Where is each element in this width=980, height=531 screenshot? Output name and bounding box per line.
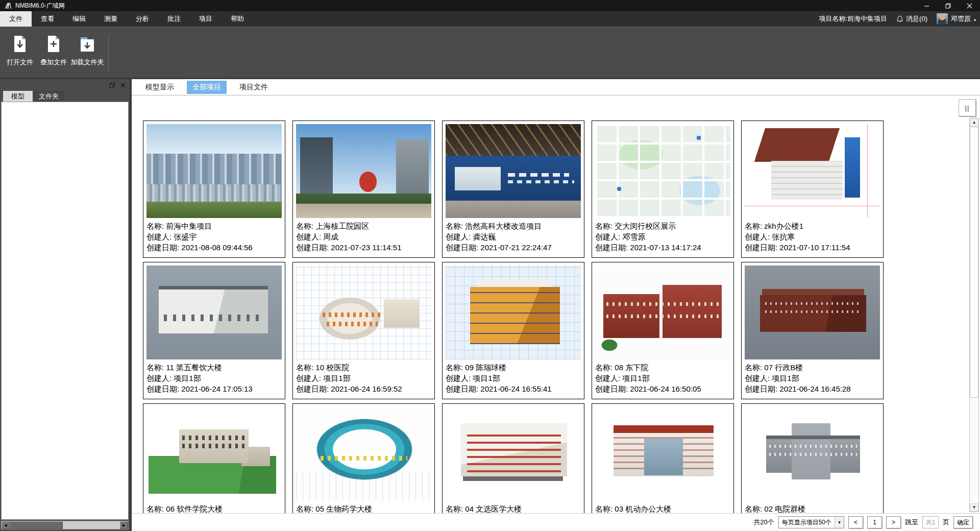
project-card[interactable]: 名称: 浩然高科大楼改造项目创建人: 龚达巍创建日期: 2021-07-21 2… [442,120,584,258]
project-info: 名称: 交大闵行校区展示创建人: 邓雪原创建日期: 2021-07-13 14:… [595,221,730,253]
project-card[interactable]: 名称: 03 机动办公大楼 [592,403,734,513]
project-name: 名称: 02 电院群楼 [745,503,880,513]
model-tree-view[interactable] [1,102,129,520]
project-card[interactable]: 名称: zkh办公楼1创建人: 张抗寒创建日期: 2021-07-10 17:1… [741,120,884,258]
project-name: 名称: 07 行政B楼 [745,362,880,373]
tab-model-display[interactable]: 模型显示 [140,81,180,94]
mechanical-office-model-thumbnail [595,407,730,501]
load-folder-button[interactable]: 加载文件夹 [70,30,104,78]
float-panel-icon[interactable] [109,82,115,88]
biopharm-model-thumbnail [296,407,431,501]
file-open-icon [12,35,28,53]
confirm-button[interactable]: 确定 [953,516,973,528]
scroll-right-icon[interactable]: ▶ [120,521,128,529]
tab-model[interactable]: 模型 [3,91,33,102]
project-card[interactable]: 名称: 02 电院群楼 [741,403,884,513]
project-name: 名称: zkh办公楼1 [745,221,880,231]
page-size-value: 每页显示项目50个 [782,518,831,527]
project-card[interactable]: 名称: 04 文选医学大楼 [442,403,584,513]
vscroll-thumb[interactable] [970,127,978,398]
project-creator: 创建人: 龚达巍 [446,231,581,242]
scroll-up-icon[interactable]: ▲ [970,118,978,127]
project-name: 名称: 04 文选医学大楼 [446,503,581,513]
office-bim-model-thumbnail [745,124,880,218]
close-button[interactable] [959,0,980,11]
messages-button[interactable]: 消息(0) [896,14,927,23]
pagination-bar: 共20个 每页显示项目50个 ▼ < 1 > 跳至 页 确定 [132,513,980,531]
project-date: 创建日期: 2021-07-21 22:24:47 [446,242,581,253]
project-card[interactable]: 名称: 07 行政B楼创建人: 项目1部创建日期: 2021-06-24 16:… [741,262,884,399]
project-creator: 创建人: 邓雪原 [595,231,730,242]
current-page-button[interactable]: 1 [867,516,882,528]
menu-item-测量[interactable]: 测量 [95,11,127,27]
project-name: 名称: 前海中集项目 [146,221,282,231]
project-grid: 名称: 前海中集项目创建人: 张盛宇创建日期: 2021-08-08 09:44… [132,95,960,513]
project-info: 名称: 11 第五餐饮大楼创建人: 项目1部创建日期: 2021-06-24 1… [146,362,282,394]
project-info: 名称: 前海中集项目创建人: 张盛宇创建日期: 2021-08-08 09:44… [146,221,282,253]
user-menu[interactable]: 邓雪原 ▾ [937,13,976,25]
project-card[interactable]: 名称: 上海核工院园区创建人: 周成创建日期: 2021-07-23 11:14… [292,120,435,258]
minimize-button[interactable] [916,0,937,11]
close-icon [967,3,972,9]
scroll-left-icon[interactable]: ◀ [2,521,10,529]
load-folder-label: 加载文件夹 [71,58,104,67]
project-name: 名称: 05 生物药学大楼 [296,503,431,513]
hscroll-thumb[interactable] [10,521,63,529]
tab-all-projects[interactable]: 全部项目 [187,81,227,94]
next-page-button[interactable]: > [886,516,901,528]
project-card[interactable]: 名称: 交大闵行校区展示创建人: 邓雪原创建日期: 2021-07-13 14:… [592,120,734,258]
project-name: 名称: 上海核工院园区 [296,221,431,231]
project-card[interactable]: 名称: 11 第五餐饮大楼创建人: 项目1部创建日期: 2021-06-24 1… [143,262,285,399]
left-panel-tabs: 模型 文件夹 [0,91,130,102]
project-date: 创建日期: 2021-06-24 16:59:52 [296,383,431,394]
project-card[interactable]: 名称: 前海中集项目创建人: 张盛宇创建日期: 2021-08-08 09:44… [143,120,285,258]
collapse-panel-button[interactable]: || [959,99,976,116]
dining-model-thumbnail [146,266,282,359]
project-list-body: 名称: 前海中集项目创建人: 张盛宇创建日期: 2021-08-08 09:44… [132,95,980,513]
project-card[interactable]: 名称: 09 陈瑞球楼创建人: 项目1部创建日期: 2021-06-24 16:… [442,262,584,399]
menu-item-分析[interactable]: 分析 [127,11,158,27]
project-info: 名称: zkh办公楼1创建人: 张抗寒创建日期: 2021-07-10 17:1… [745,221,880,253]
project-card[interactable]: 名称: 08 东下院创建人: 项目1部创建日期: 2021-06-24 16:5… [592,262,734,399]
open-file-button[interactable]: 打开文件 [3,30,37,78]
window-title: NMBIM6.0-广域网 [15,2,65,10]
vscroll-track[interactable] [970,127,978,503]
project-date: 创建日期: 2021-06-24 16:55:41 [446,383,581,394]
project-name-label: 项目名称:前海中集项目 [819,14,887,23]
menu-item-项目[interactable]: 项目 [190,11,222,27]
project-info: 名称: 05 生物药学大楼 [296,503,431,513]
content-area: 模型 文件夹 ◀ ▶ 模型显示 全部项目 项目文件 名称: 前海中集项目创建人:… [0,78,980,531]
main-area: 模型显示 全部项目 项目文件 名称: 前海中集项目创建人: 张盛宇创建日期: 2… [132,79,980,531]
scroll-down-icon[interactable]: ▼ [970,503,978,512]
menu-item-帮助[interactable]: 帮助 [222,11,253,27]
tab-all-projects-label: 全部项目 [192,83,221,91]
tab-project-files[interactable]: 项目文件 [234,81,274,94]
project-card[interactable]: 名称: 05 生物药学大楼 [292,403,435,513]
page-size-select[interactable]: 每页显示项目50个 ▼ [778,516,844,528]
project-card[interactable]: 名称: 06 软件学院大楼 [143,403,285,513]
menu-item-查看[interactable]: 查看 [32,11,63,27]
jump-page-input[interactable] [922,516,939,528]
user-name: 邓雪原 [951,14,971,23]
project-card[interactable]: 名称: 10 校医院创建人: 项目1部创建日期: 2021-06-24 16:5… [292,262,435,399]
overlay-file-button[interactable]: 叠加文件 [37,30,70,78]
main-vscrollbar[interactable]: ▲ ▼ [969,118,979,512]
campus-map-thumbnail [595,124,730,218]
tab-folder[interactable]: 文件夹 [33,91,65,102]
menu-item-批注[interactable]: 批注 [158,11,190,27]
project-date: 创建日期: 2021-08-08 09:44:56 [146,242,282,253]
brick-model-thumbnail [595,266,730,359]
project-name: 名称: 10 校医院 [296,362,431,373]
left-panel-hscrollbar[interactable]: ◀ ▶ [1,521,129,529]
chevron-down-icon: ▾ [974,18,976,22]
project-name: 名称: 09 陈瑞球楼 [446,362,581,373]
restore-button[interactable] [937,0,959,11]
prev-page-button[interactable]: < [848,516,863,528]
tab-folder-label: 文件夹 [39,92,59,101]
menu-item-编辑[interactable]: 编辑 [63,11,95,27]
total-count-label: 共20个 [753,518,774,527]
avatar [937,13,948,25]
menu-item-文件[interactable]: 文件 [0,11,32,27]
project-name: 名称: 03 机动办公大楼 [595,503,730,513]
close-panel-icon[interactable] [120,82,126,88]
